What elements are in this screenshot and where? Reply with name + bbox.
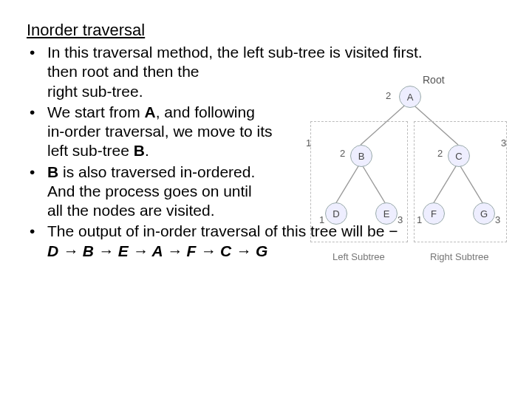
order-C-2: 2 (437, 148, 443, 159)
bullet-2-cont-2a: left sub-tree (47, 142, 134, 159)
right-subtree-box (414, 121, 507, 242)
bullet-1-text: In this traversal method, the left sub-t… (47, 44, 423, 61)
bullet-3-text: is also traversed in-ordered. (58, 163, 255, 180)
bullet-2-bold-B: B (134, 142, 145, 159)
left-subtree-box (310, 121, 408, 242)
root-label: Root (423, 74, 445, 86)
node-C: C (448, 145, 470, 167)
right-subtree-caption: Right Subtree (430, 251, 489, 262)
tree-diagram: A B C D E F G Root 1 2 3 1 2 3 1 2 3 Lef… (306, 71, 508, 270)
node-A: A (399, 86, 421, 108)
node-E: E (375, 202, 398, 225)
order-root-2: 2 (386, 90, 391, 101)
order-root-3: 3 (501, 137, 506, 149)
order-B-3: 3 (398, 214, 403, 225)
node-B: B (350, 145, 372, 167)
node-D: D (325, 202, 347, 225)
node-G: G (473, 202, 495, 225)
order-C-1: 1 (417, 214, 422, 225)
left-subtree-caption: Left Subtree (332, 251, 385, 262)
order-root-1: 1 (306, 137, 311, 149)
bullet-3-bold-B: B (47, 163, 58, 180)
order-B-1: 1 (319, 214, 324, 225)
bullet-2-post: , and following (156, 103, 255, 120)
bullet-2-bold-A: A (144, 103, 155, 120)
slide: Inorder traversal In this traversal meth… (0, 0, 532, 399)
bullet-2-pre: We start from (47, 103, 144, 120)
order-C-3: 3 (495, 214, 500, 225)
slide-title: Inorder traversal (27, 21, 505, 40)
node-F: F (423, 202, 445, 225)
order-B-2: 2 (340, 148, 345, 159)
bullet-2-cont-2c: . (145, 142, 149, 159)
